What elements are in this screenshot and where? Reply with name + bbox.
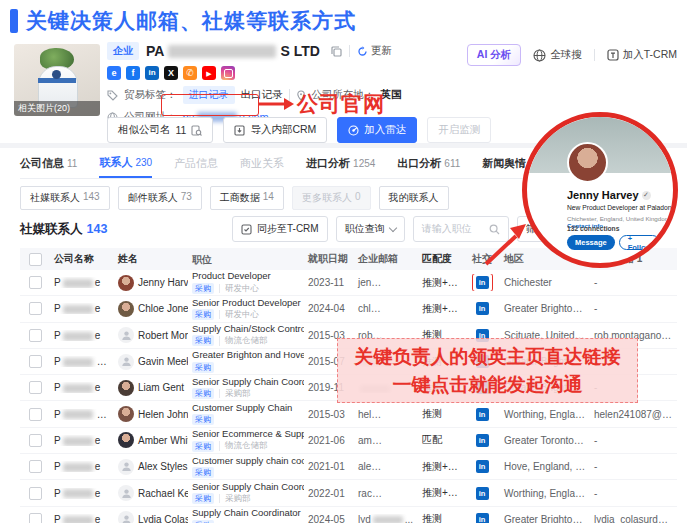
ai-analysis-button[interactable]: AI 分析 <box>467 44 521 66</box>
import-record-tag[interactable]: 进口记录 <box>183 86 235 104</box>
linkedin-icon[interactable]: in <box>476 276 489 289</box>
linkedin-icon[interactable]: in <box>145 66 159 80</box>
email-cell: robn... <box>354 330 418 341</box>
row-checkbox[interactable] <box>29 513 42 523</box>
company-blur <box>63 437 93 446</box>
tab-business-relations[interactable]: 商业关系 <box>240 148 284 178</box>
linkedin-icon[interactable]: in <box>476 302 489 315</box>
person-icon <box>121 514 132 523</box>
contact-name[interactable]: Rachael Kelly <box>138 488 188 499</box>
add-radar-button[interactable]: 加入雷达 <box>337 117 417 143</box>
message-button: Message <box>567 235 615 250</box>
dept-tag-blue: 采购 <box>192 493 214 504</box>
avatar <box>118 406 134 422</box>
contact-name[interactable]: Gavin Meeks <box>138 356 188 367</box>
tab-company-info[interactable]: 公司信息11 <box>20 148 77 178</box>
linkedin-icon[interactable]: in <box>476 408 489 421</box>
company-cell: Pe <box>50 303 114 314</box>
copy-icon[interactable] <box>331 46 342 57</box>
company-cell: Pe <box>50 435 114 446</box>
company-cell: Pe <box>50 382 114 393</box>
chevron-down-icon <box>388 223 396 231</box>
position-title: Customer Supply Chain <box>192 403 300 413</box>
linkedin-icon[interactable]: in <box>476 329 489 342</box>
chip-registry-data[interactable]: 工商数据14 <box>210 186 284 210</box>
verified-icon: ✓ <box>642 191 651 200</box>
email-cell <box>354 382 418 393</box>
contact-name[interactable]: Lydia Colasurdo <box>138 514 188 523</box>
row-checkbox[interactable] <box>29 408 42 421</box>
divider <box>349 45 350 57</box>
contact-name[interactable]: Chloe Jones <box>138 303 188 314</box>
linkedin-icon[interactable]: in <box>476 381 489 394</box>
company-photo[interactable]: 相关图片(20) <box>14 44 100 116</box>
company-blur <box>63 463 93 472</box>
chip-more-contacts[interactable]: 更多联系人0 <box>292 186 371 210</box>
start-date: 2024-04 <box>304 303 354 314</box>
chip-social-contacts[interactable]: 社媒联系人143 <box>20 186 110 210</box>
table-row: Pe Lydia Colasurdo Supply Chain Coordina… <box>20 507 677 523</box>
row-checkbox[interactable] <box>29 434 42 447</box>
row-checkbox[interactable] <box>29 329 42 342</box>
linkedin-icon[interactable]: in <box>476 460 489 473</box>
region-cell: Greater Brighton a... <box>500 356 590 367</box>
email-cell: lyd... <box>354 514 418 523</box>
name-cell: Liam Gent <box>114 380 188 396</box>
position-title: Product Developer <box>192 271 300 281</box>
select-all-checkbox[interactable] <box>29 253 42 266</box>
linkedin-profile-inset: Jenny Harvey ✓ New Product Developer at … <box>522 112 678 268</box>
import-crm-button[interactable]: 导入内部CRM <box>223 117 327 143</box>
linkedin-icon[interactable]: in <box>476 513 489 523</box>
tab-export-analysis[interactable]: 出口分析611 <box>397 148 460 178</box>
website-icon[interactable]: e <box>107 66 121 80</box>
table-body: Pe Jenny Harvey Product Developer 采购 研发中… <box>20 270 677 523</box>
tab-contacts[interactable]: 联系人230 <box>99 148 152 178</box>
contact-name[interactable]: Liam Gent <box>138 382 184 393</box>
position-input-placeholder: 请输入职位 <box>422 222 472 236</box>
contact-name[interactable]: Amber Whitty <box>138 435 188 446</box>
linkedin-icon[interactable]: in <box>476 487 489 500</box>
chip-email-contacts[interactable]: 邮件联系人73 <box>118 186 202 210</box>
row-checkbox[interactable] <box>29 460 42 473</box>
row-checkbox[interactable] <box>29 355 42 368</box>
photo-droid-eye <box>52 70 61 79</box>
position-search-input[interactable]: 请输入职位 <box>413 216 509 242</box>
dept-tag-blue: 采购 <box>192 335 214 346</box>
export-record-tag[interactable]: 出口记录 <box>241 88 283 102</box>
linkedin-icon[interactable]: in <box>476 434 489 447</box>
email-cell: alea... <box>354 461 418 472</box>
join-tcrm-button[interactable]: 加入T-CRM <box>607 48 677 62</box>
company-blur <box>63 384 93 393</box>
row-checkbox[interactable] <box>29 381 42 394</box>
contact-name[interactable]: Robert Monta... <box>138 330 188 341</box>
instagram-icon[interactable] <box>221 66 235 80</box>
facebook-icon[interactable]: f <box>126 66 140 80</box>
row-checkbox[interactable] <box>29 487 42 500</box>
youtube-icon[interactable]: ▶ <box>202 66 216 80</box>
tab-products[interactable]: 产品信息 <box>174 148 218 178</box>
name-cell: Lydia Colasurdo <box>114 511 188 523</box>
contact-name[interactable]: Helen Johnstone <box>138 409 188 420</box>
update-button[interactable]: 更新 <box>357 44 392 58</box>
match-level: 推测+验证 <box>418 460 464 474</box>
sync-tcrm-button[interactable]: 同步至T-CRM <box>232 216 328 242</box>
tab-import-analysis[interactable]: 进口分析1254 <box>306 148 375 178</box>
similar-companies-button[interactable]: 相似公司名11 <box>107 117 213 143</box>
linkedin-icon[interactable]: in <box>476 355 489 368</box>
row-checkbox[interactable] <box>29 302 42 315</box>
start-monitor-button[interactable]: 开启监测 <box>427 117 491 143</box>
contact-name[interactable]: Jenny Harvey <box>138 277 188 288</box>
global-search-button[interactable]: 全球搜 <box>533 48 582 62</box>
row-checkbox[interactable] <box>29 276 42 289</box>
start-date: 2022-01 <box>304 488 354 499</box>
position-title: Senior Product Developer <box>192 298 300 308</box>
position-cell: Senior Product Developer 采购 研发中心 <box>188 298 304 320</box>
position-cell: Customer supply chain coordinator 采购 <box>188 456 304 478</box>
position-title: Senior Ecommerce & Supply Cha... <box>192 429 300 439</box>
position-query-select[interactable]: 职位查询 <box>336 216 405 242</box>
contact-name[interactable]: Alex Styles <box>138 461 187 472</box>
phone-icon[interactable]: ✆ <box>183 66 197 80</box>
x-twitter-icon[interactable]: X <box>164 66 178 80</box>
divider <box>594 49 595 61</box>
chip-my-contacts[interactable]: 我的联系人 <box>379 186 449 210</box>
